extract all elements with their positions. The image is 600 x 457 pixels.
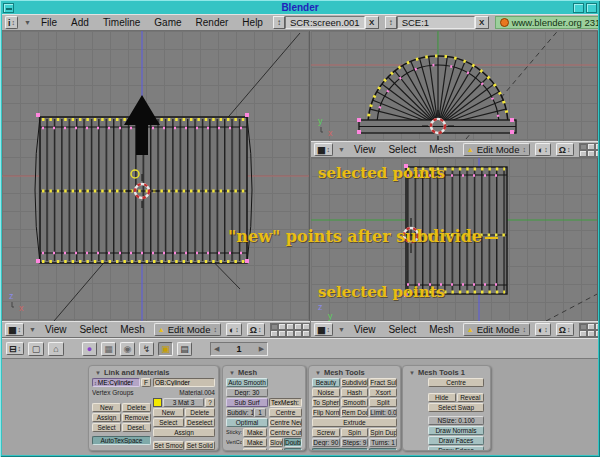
rem-doubles-button[interactable]: Rem Doubles xyxy=(341,408,369,417)
subdiv-spinner[interactable]: Subdiv: 1 xyxy=(226,408,254,417)
material-assign-button[interactable]: Assign xyxy=(153,428,215,437)
degr-spinner[interactable]: Degr: 90 xyxy=(312,438,340,447)
texface-make-button[interactable]: Make xyxy=(243,448,267,451)
material-color-swatch[interactable] xyxy=(153,398,162,407)
menu-select[interactable]: Select xyxy=(75,324,111,335)
frame-next-icon[interactable]: ▶ xyxy=(259,345,264,353)
vgroup-deselect-button[interactable]: Desel. xyxy=(122,423,151,432)
menu-add[interactable]: Add xyxy=(67,17,93,28)
beauty-toggle[interactable]: Beauty xyxy=(312,378,340,387)
panel-header[interactable]: ▼Mesh xyxy=(223,366,305,377)
rotation-pivot-button[interactable]: Ω↕ xyxy=(556,143,574,156)
panel-collapse-icon[interactable]: ▼ xyxy=(95,370,101,376)
panel-header[interactable]: ▼Mesh Tools 1 xyxy=(403,366,490,377)
spin-button[interactable]: Spin xyxy=(341,428,369,437)
mesh-datablock-field[interactable]: ↕ME:Cylinder xyxy=(92,378,140,387)
viewport-top[interactable]: y x xyxy=(311,31,598,141)
panel-collapse-icon[interactable]: ▼ xyxy=(409,370,415,376)
draw-edges-toggle[interactable]: Draw Edges xyxy=(428,446,484,451)
layer-buttons[interactable] xyxy=(579,323,598,337)
draw-normals-toggle[interactable]: Draw Normals xyxy=(428,426,484,435)
screen-name-field[interactable]: SCR:screen.001 xyxy=(285,16,365,29)
title-bar[interactable]: Blender xyxy=(2,2,598,14)
shade-button[interactable] xyxy=(586,3,597,13)
texture-buttons-tab[interactable]: ▦ xyxy=(101,342,116,356)
clockwise-toggle[interactable]: Clockwise xyxy=(369,448,397,451)
material-deselect-button[interactable]: Deselect xyxy=(185,418,216,427)
screen-browse-button[interactable]: ↕ xyxy=(273,16,285,29)
collapse-header-icon[interactable]: ▼ xyxy=(338,326,345,333)
menu-view[interactable]: View xyxy=(350,144,380,155)
centre-button[interactable]: Centre xyxy=(428,378,484,387)
rotation-pivot-button[interactable]: Ω↕ xyxy=(247,323,265,336)
layer-buttons[interactable] xyxy=(270,323,310,337)
maximize-button[interactable] xyxy=(573,3,584,13)
vgroup-new-button[interactable]: New xyxy=(92,403,121,412)
material-delete-button[interactable]: Delete xyxy=(185,408,216,417)
no-vnormal-flip-toggle[interactable]: No V.Normal Flip xyxy=(284,448,302,451)
centre-cursor-button[interactable]: Centre Cursor xyxy=(269,428,302,437)
screen-delete-button[interactable]: X xyxy=(365,16,379,29)
menu-file[interactable]: File xyxy=(37,17,61,28)
menu-help[interactable]: Help xyxy=(238,17,267,28)
to-sphere-button[interactable]: To Sphere xyxy=(312,398,340,407)
centre-new-button[interactable]: Centre New xyxy=(269,418,302,427)
material-index-spinner[interactable]: 3 Mat 3 xyxy=(163,398,204,407)
flip-normals-button[interactable]: Flip Normals xyxy=(312,408,340,417)
mode-dropdown[interactable]: ▲Edit Mode↕ xyxy=(463,323,530,336)
menu-select[interactable]: Select xyxy=(384,324,420,335)
smooth-button[interactable]: Smooth xyxy=(341,398,369,407)
collapse-header-icon[interactable]: ▼ xyxy=(338,146,345,153)
vgroup-delete-button[interactable]: Delete xyxy=(122,403,151,412)
texmesh-field[interactable]: TexMesh: xyxy=(269,398,302,407)
spin-dup-button[interactable]: Spin Dup xyxy=(369,428,397,437)
set-solid-button[interactable]: Set Solid xyxy=(185,441,216,450)
fract-subd-button[interactable]: Fract Subd xyxy=(369,378,397,387)
menu-select[interactable]: Select xyxy=(384,144,420,155)
hash-button[interactable]: Hash xyxy=(341,388,369,397)
hide-button[interactable]: Hide xyxy=(428,393,456,402)
material-buttons-tab[interactable]: ◉ xyxy=(120,342,135,356)
vertcol-make-button[interactable]: Make xyxy=(243,438,267,447)
select-swap-button[interactable]: Select Swap xyxy=(428,403,484,412)
menu-render[interactable]: Render xyxy=(192,17,233,28)
split-button[interactable]: Split xyxy=(369,398,397,407)
draw-mode-button[interactable]: ◐↕ xyxy=(226,323,242,336)
nsize-spinner[interactable]: NSize: 0.100 xyxy=(428,416,484,425)
menu-mesh[interactable]: Mesh xyxy=(116,324,148,335)
viewport-type-button[interactable]: ▦↕ xyxy=(314,143,333,156)
vgroup-select-button[interactable]: Select xyxy=(92,423,121,432)
degr-spinner[interactable]: Degr: 30 xyxy=(226,388,268,397)
vgroup-assign-button[interactable]: Assign xyxy=(92,413,121,422)
menu-mesh[interactable]: Mesh xyxy=(425,324,457,335)
autotexspace-toggle[interactable]: AutoTexSpace xyxy=(92,436,151,445)
buttons-window-type-button[interactable]: ⊟↕ xyxy=(6,342,24,355)
noise-button[interactable]: Noise xyxy=(312,388,340,397)
mode-dropdown[interactable]: ▲Edit Mode↕ xyxy=(463,143,530,156)
double-sided-toggle[interactable]: Double Sided xyxy=(284,438,302,447)
scene-delete-button[interactable]: X xyxy=(475,16,489,29)
scene-buttons-tab[interactable]: ▤ xyxy=(177,342,192,356)
material-new-button[interactable]: New xyxy=(153,408,184,417)
screw-button[interactable]: Screw xyxy=(312,428,340,437)
vgroup-remove-button[interactable]: Remove xyxy=(122,413,151,422)
viewport-front[interactable]: z x xyxy=(2,31,310,321)
set-smooth-button[interactable]: Set Smooth xyxy=(153,441,184,450)
menu-timeline[interactable]: Timeline xyxy=(99,17,144,28)
layer-buttons[interactable] xyxy=(579,143,598,157)
subdivide-button[interactable]: Subdivide xyxy=(341,378,369,387)
subdiv-render-spinner[interactable]: 1 xyxy=(254,408,266,417)
home-button[interactable]: ⌂ xyxy=(48,342,64,356)
full-window-button[interactable]: ▢ xyxy=(28,342,44,356)
object-name-field[interactable]: OB:Cylinder xyxy=(153,378,215,387)
rotation-pivot-button[interactable]: Ω↕ xyxy=(556,323,574,336)
auto-smooth-toggle[interactable]: Auto Smooth xyxy=(226,378,268,387)
material-select-button[interactable]: Select xyxy=(153,418,184,427)
reveal-button[interactable]: Reveal xyxy=(457,393,485,402)
turns-spinner[interactable]: Turns: 1 xyxy=(369,438,397,447)
slower-draw-button[interactable]: SlowerDraw xyxy=(269,438,283,447)
keep-original-toggle[interactable]: Keep Original xyxy=(312,448,368,451)
viewport-type-button[interactable]: ▦↕ xyxy=(5,323,24,336)
mode-dropdown[interactable]: ▲Edit Mode↕ xyxy=(154,323,221,336)
collapse-header-icon[interactable]: ▼ xyxy=(29,326,36,333)
